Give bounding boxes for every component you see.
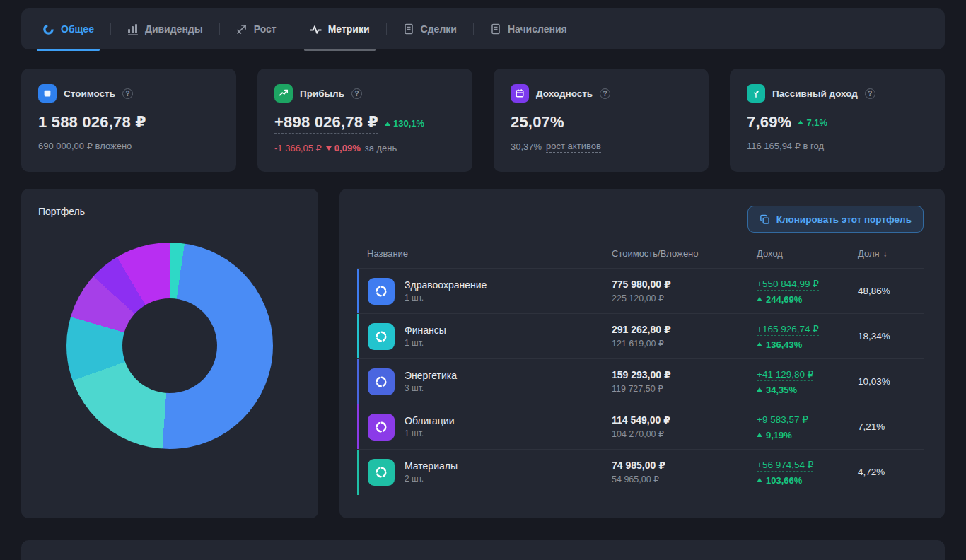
asset-income-pct: 244,69% [757,294,858,305]
tab-separator [219,23,220,35]
arrow-up-icon [757,297,762,301]
tab-separator [110,23,111,35]
holdings-panel: Клонировать этот портфель Название Стоим… [339,189,945,518]
header-value[interactable]: Стоимость/Вложено [612,248,757,259]
header-name[interactable]: Название [357,248,612,259]
help-icon[interactable]: ? [600,88,610,99]
table-row[interactable]: Облигации 1 шт. 114 549,00 ₽ 104 270,00 … [357,404,924,449]
help-icon[interactable]: ? [351,88,362,99]
card-title: Пассивный доход [772,88,858,99]
table-row[interactable]: Энергетика 3 шт. 159 293,00 ₽ 119 727,50… [357,358,924,404]
tab-accruals[interactable]: Начисления [487,8,570,49]
card-title: Стоимость [64,88,115,99]
arrow-up-icon [385,122,390,126]
card-title: Прибыль [300,88,344,99]
asset-share: 7,21% [858,421,924,432]
tab-label: Начисления [508,23,567,35]
passive-income-card: Пассивный доход ? 7,69% 7,1% 116 165,94 … [730,69,945,172]
document-icon [403,23,414,35]
invested-amount: 690 000,00 ₽ вложено [38,141,132,151]
donut-chart-icon [42,23,54,35]
portfolio-panel: Портфель [21,189,318,518]
help-icon[interactable]: ? [865,88,875,99]
tab-dividends[interactable]: Дивиденды [124,8,206,49]
asset-name: Облигации [405,415,455,426]
sector-logo-icon [368,459,395,486]
tab-label: Дивиденды [145,23,203,35]
asset-income[interactable]: +9 583,57 ₽ [757,414,808,426]
arrow-up-icon [757,342,762,346]
tab-separator [386,23,387,35]
day-suffix: за день [365,143,397,153]
tab-separator [293,23,293,35]
sprout-icon [747,84,765,103]
help-icon[interactable]: ? [122,88,133,99]
tab-bar: Общее Дивиденды Рост Метрики [21,8,945,49]
asset-share: 48,86% [858,286,924,296]
header-share[interactable]: Доля ↓ [858,248,924,259]
table-row[interactable]: Здравоохранение 1 шт. 775 980,00 ₽ 225 1… [357,268,924,313]
calendar-icon [511,84,529,103]
card-title: Доходность [536,88,593,99]
day-loss-amount: -1 366,05 ₽ [274,143,322,153]
assets-growth-pct: 30,37% [511,141,542,152]
asset-income-pct: 103,66% [757,475,858,486]
header-income[interactable]: Доход [757,248,858,259]
copy-icon [760,214,770,225]
activity-pulse-icon [310,23,322,35]
asset-income[interactable]: +550 844,99 ₽ [757,278,819,291]
clone-portfolio-button[interactable]: Клонировать этот портфель [747,206,924,233]
profit-card: Прибыль ? +898 026,78 ₽ 130,1% -1 366,05… [257,69,472,172]
row-accent-strip [357,404,359,450]
asset-share: 10,03% [858,376,924,387]
sector-logo-icon [368,414,395,441]
tab-label: Метрики [328,23,370,35]
assets-growth-link[interactable]: рост активов [546,141,601,153]
asset-income-pct: 9,19% [757,430,858,441]
day-change: 0,09% [326,143,361,153]
asset-qty: 1 шт. [405,293,487,303]
tab-separator [473,23,474,35]
arrow-up-icon [757,387,762,392]
asset-qty: 2 шт. [405,474,458,484]
asset-income-pct: 136,43% [757,339,858,350]
tab-trades[interactable]: Сделки [400,8,460,49]
portfolio-title: Портфель [38,206,301,217]
row-accent-strip [357,314,359,359]
main-area: Портфель Клонировать этот портфель Назва… [21,189,945,518]
asset-value: 159 293,00 ₽ [612,369,757,380]
row-accent-strip [357,359,359,404]
sector-logo-icon [368,278,395,305]
profit-change: 130,1% [385,118,424,129]
asset-value: 74 985,00 ₽ [612,460,757,471]
asset-income[interactable]: +41 129,80 ₽ [757,368,813,381]
table-row[interactable]: Материалы 2 шт. 74 985,00 ₽ 54 965,00 ₽ … [357,449,924,494]
asset-share: 18,34% [858,331,924,342]
arrow-up-icon [757,433,762,437]
portfolio-donut[interactable] [66,243,273,449]
asset-name: Энергетика [405,370,457,381]
asset-value: 114 549,00 ₽ [612,414,757,426]
wallet-icon [38,84,57,103]
arrow-down-icon [326,146,332,151]
asset-invested: 119 727,50 ₽ [612,383,757,394]
asset-qty: 3 шт. [405,383,457,393]
arrow-up-icon [798,120,803,124]
tab-general[interactable]: Общее [40,8,97,49]
tab-growth[interactable]: Рост [233,8,279,49]
row-accent-strip [357,450,359,495]
profit-value[interactable]: +898 026,78 ₽ [274,113,378,134]
table-row[interactable]: Финансы 1 шт. 291 262,80 ₽ 121 619,00 ₽ … [357,313,924,358]
asset-invested: 225 120,00 ₽ [612,293,757,303]
tab-label: Сделки [421,23,457,35]
asset-share: 4,72% [858,467,924,477]
tab-label: Общее [61,23,94,35]
asset-invested: 121 619,00 ₽ [612,338,757,349]
asset-income[interactable]: +56 974,54 ₽ [757,459,813,472]
line-chart-icon [274,84,293,103]
asset-income[interactable]: +165 926,74 ₽ [757,323,819,336]
tab-metrics[interactable]: Метрики [307,8,373,49]
asset-name: Материалы [405,460,458,472]
sort-desc-icon[interactable]: ↓ [883,249,888,259]
asset-income-pct: 34,35% [757,385,858,395]
